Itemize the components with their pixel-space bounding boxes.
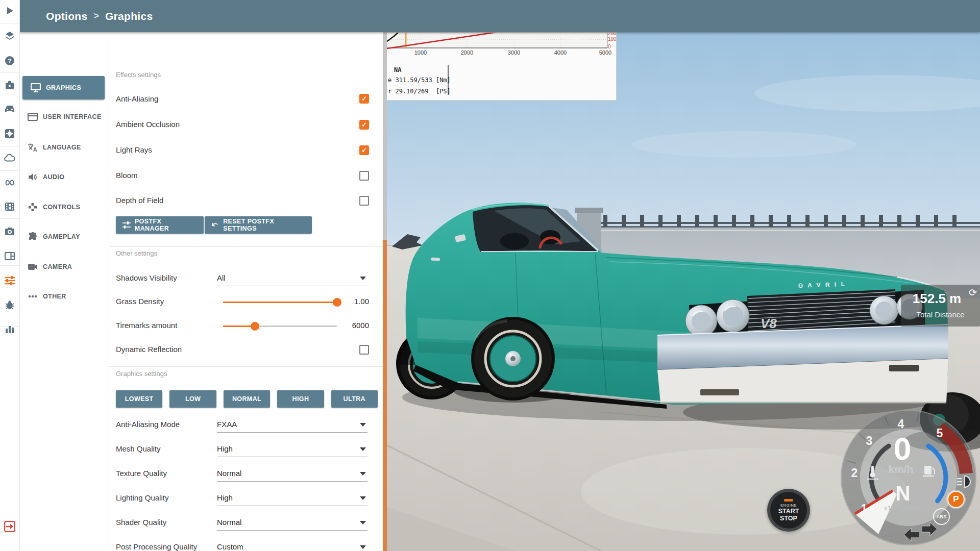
breadcrumb-header: Options > Graphics <box>19 0 980 32</box>
chevron-down-icon <box>360 521 366 524</box>
checkbox-dynamic-reflection[interactable]: ✓ <box>359 345 369 355</box>
anti-aliasing-mode-dropdown[interactable]: FXAA <box>217 420 237 429</box>
speed-unit: km/h <box>888 463 913 475</box>
debug-icon[interactable] <box>4 299 15 311</box>
setting-label: Mesh Quality <box>116 444 161 453</box>
lighting-quality-dropdown[interactable]: High <box>217 493 233 502</box>
shadows-visibility-dropdown[interactable]: All <box>217 273 226 282</box>
monitor-icon <box>31 83 41 93</box>
chevron-down-icon <box>360 472 366 475</box>
x-tick: 5000 <box>593 49 617 56</box>
postfx-manager-button[interactable]: POSTFX MANAGER <box>116 216 204 234</box>
headlight-icon <box>957 474 972 489</box>
gamepad-icon <box>28 202 38 212</box>
setting-label: Post Processing Quality <box>116 542 197 551</box>
help-icon[interactable]: ? <box>4 55 15 66</box>
engine-start-stop-button[interactable]: ENGINE START STOP <box>770 492 807 529</box>
button-label: RESET POSTFX SETTINGS <box>223 218 305 232</box>
tiremarks-slider[interactable] <box>223 325 337 327</box>
total-distance-app: ⟳ 152.5 m Total Distance <box>901 285 980 327</box>
setting-label: Bloom <box>116 171 138 180</box>
rpm-scale-label: x1000 RPM <box>884 504 920 512</box>
shader-quality-dropdown[interactable]: Normal <box>217 518 241 527</box>
setting-label: Light Rays <box>116 145 152 154</box>
sidebar-item-other[interactable]: OTHER <box>19 285 109 308</box>
window-icon <box>28 112 38 122</box>
post-processing-quality-dropdown[interactable]: Custom <box>217 542 243 551</box>
x-tick: 2000 <box>454 49 480 56</box>
v8-badge: V8 <box>761 316 777 331</box>
freeroam-icon[interactable] <box>4 177 15 188</box>
torque-readout: e 311.59/533 [Nm] <box>388 77 451 84</box>
grass-density-slider[interactable] <box>223 302 337 303</box>
sidebar-item-camera[interactable]: CAMERA <box>19 255 109 279</box>
sidebar-item-audio[interactable]: AUDIO <box>19 165 109 189</box>
sidebar-item-label: OTHER <box>43 293 66 300</box>
gear-indicator: N <box>896 482 911 505</box>
chevron-down-icon <box>360 423 366 427</box>
scenarios-icon[interactable] <box>4 80 15 91</box>
distance-label: Total Distance <box>901 310 980 319</box>
sidebar-item-user-interface[interactable]: USER INTERFACE <box>19 105 109 129</box>
chevron-down-icon <box>360 277 366 280</box>
svg-text:A: A <box>33 146 37 152</box>
screenshot-icon[interactable] <box>4 226 15 237</box>
breadcrumb-root[interactable]: Options <box>46 10 87 22</box>
setting-label: Shadows Visibility <box>116 273 177 282</box>
dots-icon <box>28 291 38 302</box>
setting-label: Anti-Aliasing Mode <box>116 420 180 429</box>
checkbox-ambient-occlusion[interactable]: ✓ <box>359 120 369 130</box>
check-icon: ✓ <box>360 121 368 129</box>
replay-icon[interactable] <box>4 201 15 212</box>
options-icon[interactable] <box>4 275 15 286</box>
vehicles-icon[interactable] <box>4 104 15 115</box>
torque-curve-app: 1000 2000 3000 4000 5000 200 100 0 NA e … <box>387 32 617 101</box>
y-tick: 0 <box>608 44 611 49</box>
performance-icon[interactable] <box>4 323 15 335</box>
tiremarks-value: 6000 <box>336 321 369 330</box>
setting-label: Ambient Occlusion <box>116 120 180 129</box>
x-tick: 1000 <box>408 49 433 56</box>
preset-ultra-button[interactable]: ULTRA <box>331 390 378 408</box>
apps-icon[interactable] <box>4 251 15 262</box>
sidebar-item-label: LANGUAGE <box>43 144 81 151</box>
slider-thumb[interactable] <box>251 322 259 331</box>
sidebar-item-label: GAMEPLAY <box>43 233 80 240</box>
tach-tick-2: 2 <box>851 466 858 480</box>
svg-text:?: ? <box>8 58 11 65</box>
sidebar-item-graphics[interactable]: GRAPHICS <box>22 76 105 99</box>
sidebar-item-language[interactable]: A LANGUAGE <box>19 136 109 159</box>
layers-icon[interactable] <box>4 30 15 41</box>
checkbox-bloom[interactable]: ✓ <box>359 171 369 181</box>
parking-brake-indicator: P <box>947 491 965 508</box>
check-icon: ✓ <box>360 95 368 103</box>
cloud-icon[interactable] <box>4 153 15 164</box>
preset-lowest-button[interactable]: LOWEST <box>116 390 162 408</box>
play-icon[interactable] <box>4 5 15 16</box>
setting-label: Shader Quality <box>116 518 166 527</box>
parts-icon[interactable] <box>4 128 15 139</box>
checkbox-depth-of-field[interactable]: ✓ <box>359 196 369 206</box>
checkbox-anti-aliasing[interactable]: ✓ <box>359 94 369 104</box>
exit-icon[interactable] <box>4 521 15 532</box>
scrollbar-thumb[interactable] <box>383 240 387 551</box>
setting-label: Tiremarks amount <box>116 321 177 330</box>
mesh-quality-dropdown[interactable]: High <box>217 444 233 453</box>
button-label: POSTFX MANAGER <box>135 218 197 232</box>
preset-low-button[interactable]: LOW <box>169 390 216 408</box>
x-tick: 3000 <box>501 49 527 56</box>
preset-high-button[interactable]: HIGH <box>277 390 324 408</box>
camera-icon <box>28 262 38 272</box>
panel-scrollbar[interactable] <box>383 32 387 551</box>
checkbox-light-rays[interactable]: ✓ <box>359 145 369 155</box>
sidebar-item-controls[interactable]: CONTROLS <box>19 195 109 219</box>
sidebar-item-gameplay[interactable]: GAMEPLAY <box>19 225 109 248</box>
power-readout: r 29.10/269 [PS] <box>388 88 451 95</box>
reset-postfx-button[interactable]: RESET POSTFX SETTINGS <box>205 216 312 234</box>
puzzle-icon <box>28 232 38 242</box>
chevron-down-icon <box>360 496 366 500</box>
texture-quality-dropdown[interactable]: Normal <box>217 469 241 478</box>
preset-normal-button[interactable]: NORMAL <box>224 390 270 408</box>
tach-tick-4: 4 <box>898 417 904 431</box>
grass-density-value: 1.00 <box>336 297 369 306</box>
